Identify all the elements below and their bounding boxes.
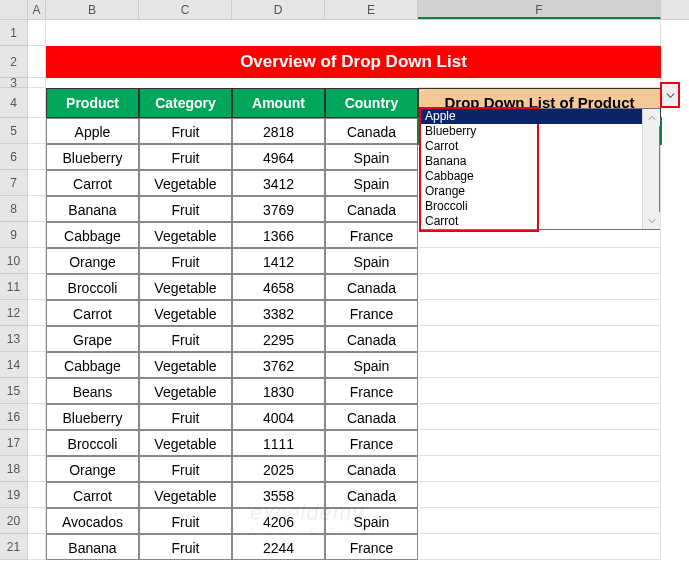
dropdown-item[interactable]: Carrot [421, 139, 659, 154]
dropdown-scrollbar[interactable] [642, 109, 659, 229]
cell-dropdown-target[interactable] [418, 378, 661, 404]
cell-category[interactable]: Vegetable [139, 170, 232, 196]
dropdown-item[interactable]: Carrot [421, 214, 659, 229]
cell-amount[interactable]: 3769 [232, 196, 325, 222]
cell-product[interactable]: Blueberry [46, 404, 139, 430]
cell-dropdown-target[interactable] [418, 508, 661, 534]
dropdown-item[interactable]: Apple [421, 109, 659, 124]
row-header[interactable]: 6 [0, 144, 28, 170]
cell-amount[interactable]: 3762 [232, 352, 325, 378]
cell-country[interactable]: Canada [325, 482, 418, 508]
row-header[interactable]: 7 [0, 170, 28, 196]
cell[interactable] [325, 78, 418, 88]
row-header[interactable]: 18 [0, 456, 28, 482]
cell[interactable] [28, 46, 46, 78]
cell[interactable] [418, 78, 661, 88]
cell-amount[interactable]: 2025 [232, 456, 325, 482]
cell-product[interactable]: Avocados [46, 508, 139, 534]
cell-country[interactable]: Spain [325, 170, 418, 196]
cell[interactable] [325, 20, 418, 46]
cell-country[interactable]: Canada [325, 274, 418, 300]
cell-country[interactable]: France [325, 534, 418, 560]
cell-product[interactable]: Cabbage [46, 352, 139, 378]
cell[interactable] [139, 78, 232, 88]
cell-product[interactable]: Apple [46, 118, 139, 144]
cell-category[interactable]: Vegetable [139, 378, 232, 404]
cell[interactable] [28, 378, 46, 404]
cell-category[interactable]: Vegetable [139, 300, 232, 326]
row-header[interactable]: 11 [0, 274, 28, 300]
col-header-A[interactable]: A [28, 0, 46, 19]
row-header[interactable]: 19 [0, 482, 28, 508]
cell-product[interactable]: Blueberry [46, 144, 139, 170]
cell-amount[interactable]: 3412 [232, 170, 325, 196]
dropdown-item[interactable]: Blueberry [421, 124, 659, 139]
cell[interactable] [28, 300, 46, 326]
header-country[interactable]: Country [325, 88, 418, 118]
cell-dropdown-target[interactable] [418, 456, 661, 482]
col-header-C[interactable]: C [139, 0, 232, 19]
cell-product[interactable]: Beans [46, 378, 139, 404]
cell[interactable] [418, 20, 661, 46]
row-header[interactable]: 17 [0, 430, 28, 456]
cell[interactable] [28, 456, 46, 482]
cell-product[interactable]: Cabbage [46, 222, 139, 248]
cell-country[interactable]: Canada [325, 326, 418, 352]
cell-category[interactable]: Fruit [139, 508, 232, 534]
cell[interactable] [139, 20, 232, 46]
cell-country[interactable]: France [325, 222, 418, 248]
cell-category[interactable]: Fruit [139, 196, 232, 222]
col-header-E[interactable]: E [325, 0, 418, 19]
cell[interactable] [28, 196, 46, 222]
cell-product[interactable]: Broccoli [46, 430, 139, 456]
cell-category[interactable]: Fruit [139, 534, 232, 560]
scroll-down-button[interactable] [643, 212, 660, 229]
cell[interactable] [28, 170, 46, 196]
cell-amount[interactable]: 4206 [232, 508, 325, 534]
cell-product[interactable]: Broccoli [46, 274, 139, 300]
cell-amount[interactable]: 1111 [232, 430, 325, 456]
cell-country[interactable]: France [325, 430, 418, 456]
cell-amount[interactable]: 4658 [232, 274, 325, 300]
cell[interactable] [28, 404, 46, 430]
row-header[interactable]: 10 [0, 248, 28, 274]
scroll-up-button[interactable] [643, 109, 660, 126]
dropdown-item[interactable]: Banana [421, 154, 659, 169]
row-header[interactable]: 16 [0, 404, 28, 430]
cell[interactable] [28, 222, 46, 248]
row-header[interactable]: 14 [0, 352, 28, 378]
cell-amount[interactable]: 1412 [232, 248, 325, 274]
cell[interactable] [28, 274, 46, 300]
cell-category[interactable]: Vegetable [139, 482, 232, 508]
cell-country[interactable]: Canada [325, 404, 418, 430]
cell[interactable] [28, 482, 46, 508]
cell-dropdown-target[interactable] [418, 300, 661, 326]
col-header-D[interactable]: D [232, 0, 325, 19]
dropdown-item[interactable]: Broccoli [421, 199, 659, 214]
cell-country[interactable]: France [325, 378, 418, 404]
cell-category[interactable]: Fruit [139, 248, 232, 274]
select-all-corner[interactable] [0, 0, 28, 19]
cell-dropdown-target[interactable] [418, 404, 661, 430]
cell-country[interactable]: France [325, 300, 418, 326]
cell-product[interactable]: Banana [46, 534, 139, 560]
row-header[interactable]: 21 [0, 534, 28, 560]
cell-dropdown-target[interactable] [418, 248, 661, 274]
cell-country[interactable]: Spain [325, 248, 418, 274]
cell-category[interactable]: Fruit [139, 118, 232, 144]
cell[interactable] [28, 352, 46, 378]
row-header[interactable]: 1 [0, 20, 28, 46]
cell-amount[interactable]: 1366 [232, 222, 325, 248]
cell[interactable] [28, 88, 46, 118]
cell[interactable] [28, 248, 46, 274]
row-header[interactable]: 5 [0, 118, 28, 144]
cell-country[interactable]: Canada [325, 196, 418, 222]
cell-product[interactable]: Grape [46, 326, 139, 352]
cell-category[interactable]: Vegetable [139, 352, 232, 378]
cell-amount[interactable]: 2244 [232, 534, 325, 560]
cell-dropdown-target[interactable] [418, 534, 661, 560]
cell-amount[interactable]: 2295 [232, 326, 325, 352]
cell-category[interactable]: Vegetable [139, 222, 232, 248]
dropdown-item[interactable]: Cabbage [421, 169, 659, 184]
cell[interactable] [28, 144, 46, 170]
